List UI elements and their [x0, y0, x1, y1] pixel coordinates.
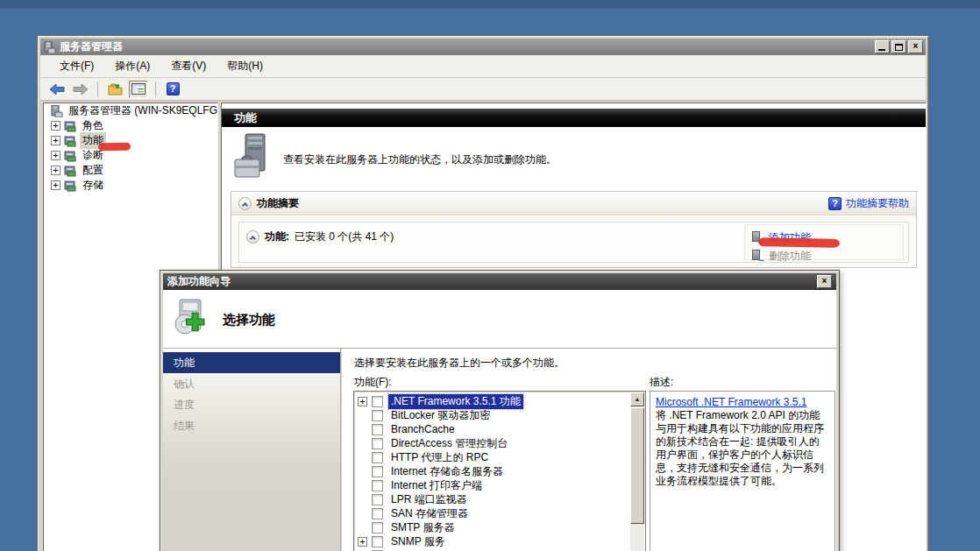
tree-item-label[interactable]: 存储 — [80, 177, 106, 194]
tree-item[interactable]: + 角色 — [44, 118, 217, 133]
feature-label[interactable]: SMTP 服务器 — [388, 520, 457, 535]
expand-plus-icon[interactable]: + — [51, 180, 60, 190]
window-title: 服务器管理器 — [60, 39, 123, 54]
back-button[interactable] — [47, 81, 67, 98]
features-list-box: + .NET Framework 3.5.1 功能 + BitLocker 驱动… — [353, 391, 646, 551]
expand-plus-icon[interactable]: + — [51, 166, 60, 175]
tree-root[interactable]: 服务器管理器 (WIN-SK9EQLFGIL — [44, 103, 217, 118]
feature-row[interactable]: + SNMP 服务 — [358, 534, 645, 548]
installed-count-value: 已安装 0 个(共 41 个) — [295, 230, 394, 244]
menu-bar: 文件(F)操作(A)查看(V)帮助(H) — [40, 55, 926, 78]
feature-checkbox[interactable] — [372, 480, 383, 491]
window-titlebar[interactable]: 服务器管理器 × — [40, 39, 926, 55]
dialog-titlebar[interactable]: 添加功能向导 × — [163, 273, 836, 290]
feature-action-link[interactable]: − 删除功能 — [750, 247, 903, 265]
expand-plus-icon[interactable]: + — [51, 121, 60, 131]
dialog-header: 选择功能 — [163, 290, 836, 349]
feature-checkbox[interactable] — [372, 522, 383, 533]
menu-item[interactable]: 操作(A) — [104, 56, 160, 76]
wizard-step[interactable]: 功能 — [163, 352, 340, 373]
wizard-step[interactable]: 结果 — [163, 415, 340, 436]
feature-row[interactable]: + Internet 存储命名服务器 — [358, 464, 645, 478]
back-arrow-icon — [49, 83, 65, 95]
feature-row[interactable]: + HTTP 代理上的 RPC — [358, 450, 645, 464]
scroll-up-arrow[interactable]: ▲ — [630, 392, 644, 406]
tree-item[interactable]: + 诊断 — [44, 148, 217, 163]
toolbar: ? — [40, 78, 926, 101]
framework-description-link[interactable]: Microsoft .NET Framework 3.5.1 — [656, 396, 829, 408]
feature-checkbox[interactable] — [372, 508, 383, 519]
maximize-button[interactable] — [891, 40, 906, 53]
features-list-label: 功能(F): — [354, 375, 392, 390]
expand-plus-icon[interactable]: + — [51, 151, 60, 160]
feature-label[interactable]: BranchCache — [388, 423, 458, 435]
pane-intro-text: 查看安装在此服务器上功能的状态，以及添加或删除功能。 — [283, 152, 557, 167]
dialog-close-button[interactable]: × — [817, 275, 832, 288]
collapse-chevron-icon[interactable] — [238, 197, 252, 210]
expand-plus-icon[interactable]: + — [51, 136, 60, 145]
tree-item[interactable]: + 存储 — [44, 178, 217, 193]
close-button[interactable]: × — [908, 40, 923, 53]
help-icon: ? — [828, 197, 842, 210]
feature-label[interactable]: LPR 端口监视器 — [388, 492, 470, 507]
feature-row[interactable]: + Internet 打印客户端 — [358, 478, 645, 492]
tree-node-icon — [64, 150, 77, 162]
feature-row[interactable]: + BranchCache — [358, 422, 645, 436]
installed-count-row: 功能: 已安装 0 个(共 41 个) — [246, 230, 394, 244]
action-badge-glyph: − — [759, 256, 764, 265]
feature-row[interactable]: + SAN 存储管理器 — [358, 506, 645, 520]
forward-arrow-icon — [73, 83, 89, 95]
scroll-thumb[interactable] — [630, 407, 644, 524]
features-rows: + .NET Framework 3.5.1 功能 + BitLocker 驱动… — [358, 394, 645, 548]
toolbar-separator — [97, 81, 98, 96]
feature-label[interactable]: Internet 存储命名服务器 — [388, 464, 506, 479]
collapse-chevron-icon[interactable] — [246, 230, 259, 244]
features-toolbox-icon — [233, 133, 275, 182]
forward-button[interactable] — [71, 81, 90, 98]
wizard-step[interactable]: 确认 — [163, 373, 340, 394]
features-summary-help-link[interactable]: 功能摘要帮助 — [846, 196, 909, 211]
feature-row[interactable]: + .NET Framework 3.5.1 功能 — [358, 394, 645, 408]
feature-row[interactable]: + BitLocker 驱动器加密 — [358, 408, 645, 422]
tree-node-icon — [64, 120, 77, 132]
console-view-button[interactable] — [129, 81, 148, 98]
feature-label[interactable]: HTTP 代理上的 RPC — [388, 450, 491, 465]
tree-item[interactable]: + 配置 — [44, 163, 217, 178]
menu-item[interactable]: 文件(F) — [49, 56, 104, 76]
feature-checkbox[interactable] — [372, 466, 383, 477]
help-button[interactable]: ? — [163, 81, 182, 98]
menu-item[interactable]: 查看(V) — [160, 56, 217, 76]
description-label: 描述: — [650, 375, 673, 390]
feature-label[interactable]: Internet 打印客户端 — [388, 478, 485, 493]
minimize-button[interactable] — [875, 40, 890, 53]
feature-row[interactable]: + DirectAccess 管理控制台 — [358, 436, 645, 450]
feature-checkbox[interactable] — [372, 494, 383, 505]
server-manager-icon — [43, 41, 56, 53]
menu-item[interactable]: 帮助(H) — [217, 56, 273, 76]
features-scrollbar[interactable]: ▲ — [630, 392, 644, 551]
feature-label[interactable]: SAN 存储管理器 — [388, 506, 471, 521]
summary-help[interactable]: ? 功能摘要帮助 — [828, 196, 909, 211]
feature-label[interactable]: BitLocker 驱动器加密 — [388, 408, 493, 423]
action-label[interactable]: 删除功能 — [769, 249, 811, 264]
feature-label[interactable]: DirectAccess 管理控制台 — [388, 436, 510, 451]
desktop-top-band — [0, 0, 980, 9]
feature-checkbox[interactable] — [372, 424, 383, 435]
expand-plus-icon[interactable]: + — [358, 397, 367, 406]
expand-plus-icon[interactable]: + — [358, 537, 367, 547]
desktop: 服务器管理器 × 文件(F)操作(A)查看(V)帮助(H) — [0, 0, 980, 551]
dialog-content: 选择要安装在此服务器上的一个或多个功能。 功能(F): 描述: + .NET F… — [342, 349, 836, 551]
feature-label[interactable]: SNMP 服务 — [388, 534, 448, 549]
feature-row[interactable]: + SMTP 服务器 — [358, 520, 645, 534]
feature-checkbox[interactable] — [372, 536, 383, 547]
wizard-step[interactable]: 进度 — [163, 394, 340, 415]
feature-label[interactable]: .NET Framework 3.5.1 功能 — [388, 394, 523, 409]
features-summary-header: 功能摘要 ? 功能摘要帮助 — [231, 192, 916, 215]
feature-checkbox[interactable] — [372, 396, 383, 407]
show-hide-tree-button[interactable] — [105, 81, 124, 98]
feature-checkbox[interactable] — [372, 438, 383, 449]
server-action-icon: − — [750, 250, 763, 263]
feature-row[interactable]: + LPR 端口监视器 — [358, 492, 645, 506]
feature-checkbox[interactable] — [372, 452, 383, 463]
feature-checkbox[interactable] — [372, 410, 383, 421]
